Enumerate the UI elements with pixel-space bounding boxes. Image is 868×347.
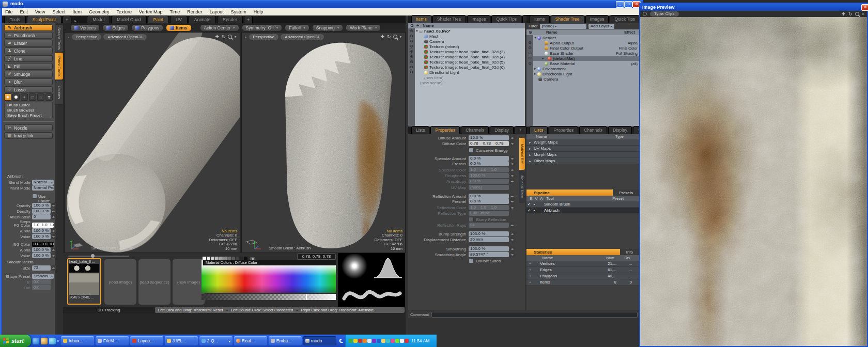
pipeline-row-smooth-brush[interactable]: ✓ • Smooth Brush	[526, 201, 639, 208]
value-gradient-bar[interactable]	[202, 294, 336, 300]
spinner-buttons[interactable]: ◂▸	[51, 234, 56, 239]
expand-icon[interactable]: ►	[533, 57, 548, 60]
shader-row-environment[interactable]: ►Environment	[533, 66, 639, 71]
tray-icon[interactable]	[405, 339, 409, 343]
task-realplayer[interactable]: Real...	[234, 336, 267, 345]
tray-icon[interactable]	[372, 339, 376, 343]
tray-icon[interactable]	[381, 339, 385, 343]
preset-brush-icon[interactable]: ☆	[37, 93, 44, 101]
anisotropy-field[interactable]: 0.0 %	[469, 179, 509, 184]
tool-smudge[interactable]: ✐Smudge	[4, 71, 53, 77]
viewport-more-icon[interactable]: ▸	[400, 35, 402, 39]
tab-quick-tips[interactable]: Quick Tips	[491, 15, 521, 23]
tab-properties[interactable]: Properties	[430, 126, 460, 134]
menu-vertex-map[interactable]: Vertex Map	[139, 9, 163, 14]
renderer-selector[interactable]: Advanced OpenGL	[281, 34, 324, 40]
item-row-texture[interactable]: Texture: Image: head_bake_final_02d (4)	[415, 54, 525, 59]
use-falloff-checkbox[interactable]	[32, 194, 37, 199]
new-image-button[interactable]: (new image)	[173, 259, 205, 305]
expand-plus-icon[interactable]: +	[526, 274, 534, 278]
quick-launch-ie-icon[interactable]	[33, 338, 39, 344]
tab-quick-tips[interactable]: Quick Tips	[610, 15, 640, 23]
eye-icon[interactable]: ⊙	[410, 28, 413, 34]
item-row-camera[interactable]: Camera	[415, 39, 525, 44]
eye-icon[interactable]: ⊙	[410, 59, 413, 65]
effect-column-header[interactable]: Effect	[624, 30, 635, 35]
diffuse-color-field[interactable]: 0.78 0.78 0.78	[469, 141, 509, 146]
zoom-icon[interactable]	[393, 35, 397, 39]
item-row-mesh[interactable]: Mesh	[415, 34, 525, 39]
eye-icon[interactable]: ⊙	[410, 39, 413, 44]
menu-geometry[interactable]: Geometry	[89, 9, 110, 14]
menu-view[interactable]: View	[35, 9, 45, 14]
bump-strength-field[interactable]: 100.0 %	[469, 231, 509, 236]
expand-icon[interactable]: ▸	[526, 140, 534, 144]
new-item-row[interactable]: (new item)	[415, 75, 525, 80]
tool-nozzle[interactable]: ✄Nozzle	[4, 124, 53, 131]
fg-color-field[interactable]: 1.0 1.0 1.0	[32, 223, 54, 228]
menu-system[interactable]: System	[231, 9, 246, 14]
shader-row-camera[interactable]: Camera	[533, 76, 639, 82]
double-sided-checkbox[interactable]	[469, 258, 474, 263]
eye-icon[interactable]: ⊙	[410, 44, 413, 49]
item-row-directional-light[interactable]: Directional Light	[415, 70, 525, 75]
specular-fresnel-field[interactable]: 0.0 %	[469, 161, 509, 166]
stamp-brush-icon[interactable]: ▢	[29, 93, 36, 101]
load-sequence-button[interactable]: (load sequence)	[138, 259, 171, 305]
viewport-left[interactable]: ▸ Perspective Advanced OpenGL ✚ ↻ ▸ Smoo…	[64, 32, 240, 253]
mode-items[interactable]: Items	[166, 24, 191, 31]
eye-icon[interactable]: ⊙	[410, 54, 413, 59]
image-thumbnail-selected[interactable]: head_bake_fi ... 2048 x 2048, ...	[67, 258, 101, 305]
shader-row-final-color-output[interactable]: Final Color OutputFinal Color	[533, 45, 639, 51]
expand-icon[interactable]: ▸	[526, 153, 534, 156]
dot-icon[interactable]: •	[532, 208, 537, 213]
specular-color-field[interactable]: 1.0 1.0 1.0	[469, 167, 509, 172]
language-bar-icon[interactable]: ℄	[339, 338, 343, 344]
eye-icon[interactable]: ⊙	[410, 65, 413, 70]
expand-plus-icon[interactable]: +	[526, 261, 534, 266]
smoothing-angle-field[interactable]: 89.5747 °	[469, 252, 509, 257]
tab-channels[interactable]: Channels	[461, 126, 489, 134]
hard-brush-tip-icon[interactable]	[12, 93, 20, 101]
tab-add-2[interactable]: +	[244, 15, 253, 23]
menu-select[interactable]: Select	[52, 9, 65, 14]
vtab-utilities[interactable]: Utilities	[55, 80, 64, 105]
tray-icon[interactable]	[358, 339, 362, 343]
tab-items[interactable]: Items	[530, 15, 550, 23]
smoothing-field[interactable]: 100.0 %	[469, 246, 509, 251]
task-modo-active[interactable]: modo	[303, 336, 336, 345]
command-input[interactable]	[431, 312, 638, 318]
start-button[interactable]: start	[0, 335, 31, 347]
zoom-icon[interactable]	[855, 12, 859, 16]
menu-time[interactable]: Time	[169, 9, 180, 14]
tab-model[interactable]: Model	[87, 15, 110, 23]
tool-lasso[interactable]: ◌Lasso	[4, 86, 53, 93]
type-column-header[interactable]: Type	[615, 134, 624, 139]
menu-layout[interactable]: Layout	[210, 9, 224, 14]
shader-row-default-material-selected[interactable]: ►(defaultMat)	[533, 56, 639, 61]
tab-shader-tree[interactable]: Shader Tree	[432, 15, 466, 23]
opacity-field[interactable]: 100.0 %	[32, 203, 51, 208]
tab-add[interactable]: +	[63, 15, 71, 23]
vtab-sculpt-tools[interactable]: Sculpt Tools	[55, 24, 64, 52]
diffuse-amount-field[interactable]: 15.0 %	[469, 135, 509, 140]
hue-saturation-gradient[interactable]	[202, 265, 336, 293]
quick-launch-more-icon[interactable]: »	[57, 338, 59, 343]
list-row-other-maps[interactable]: ▸Other Maps	[526, 158, 639, 164]
mode-polygons[interactable]: Polygons	[131, 24, 163, 31]
task-group-quicktime[interactable]: 2 Q...▾	[199, 336, 233, 345]
tab-animate[interactable]: Animate	[189, 15, 216, 23]
shader-row-alpha-output[interactable]: Alpha OutputAlpha	[533, 40, 639, 45]
sidetab-material-ref[interactable]: Material Ref	[519, 138, 525, 170]
zoom-icon[interactable]	[228, 35, 232, 39]
tool-blur[interactable]: ●Blur	[4, 78, 53, 85]
modo-titlebar[interactable]: modo _ □ ×	[0, 0, 643, 8]
spinner-buttons[interactable]: ◂▸	[510, 141, 515, 146]
load-image-button[interactable]: (load image)	[104, 259, 136, 305]
expand-icon[interactable]: ▼	[415, 29, 419, 33]
soft-brush-tip-icon[interactable]	[4, 93, 11, 101]
tray-icon[interactable]	[386, 339, 390, 343]
item-row-texture[interactable]: Texture: Image: head_bake_final_02d (5)	[415, 59, 525, 65]
tool-clone[interactable]: ♟Clone	[4, 48, 53, 54]
list-row-uv-maps[interactable]: ▸UV Maps	[526, 146, 639, 152]
